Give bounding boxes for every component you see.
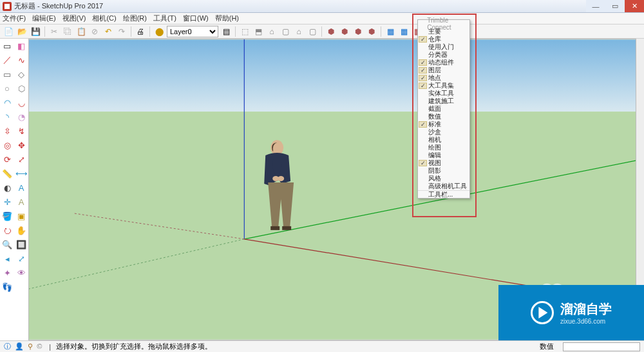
circle-icon[interactable]: ○: [0, 81, 14, 95]
cut-icon[interactable]: ✂: [48, 26, 60, 37]
rotate-icon[interactable]: ⟳: [0, 152, 14, 166]
right-icon[interactable]: ▢: [279, 26, 291, 37]
component4-icon[interactable]: ⬢: [366, 26, 377, 37]
ctx-item[interactable]: ✓数值: [418, 113, 469, 121]
svg-point-12: [278, 176, 284, 181]
follow-icon[interactable]: ↯: [14, 124, 28, 138]
maximize-button[interactable]: ▭: [605, 0, 625, 12]
print-icon[interactable]: 🖨: [135, 26, 146, 37]
dim-icon[interactable]: ⟷: [14, 166, 28, 181]
prev-icon[interactable]: ◂: [0, 251, 14, 266]
zoomwin-icon[interactable]: 🔲: [14, 237, 28, 251]
undo-icon[interactable]: ↶: [102, 26, 114, 37]
ctx-item[interactable]: ✓视图: [418, 159, 469, 167]
ctx-item[interactable]: ✓绘图: [418, 144, 469, 152]
3dtext-icon[interactable]: A: [14, 195, 28, 209]
look-icon[interactable]: 👁: [14, 266, 28, 280]
share-icon[interactable]: ▦: [398, 26, 410, 37]
orbit-icon[interactable]: ⭮: [0, 223, 14, 237]
menu-item[interactable]: 帮助(H): [215, 14, 239, 23]
freehand-icon[interactable]: ∿: [14, 53, 28, 67]
menu-item[interactable]: 绘图(R): [123, 14, 147, 23]
credit-icon[interactable]: ©: [37, 342, 42, 350]
rect-icon[interactable]: ▭: [0, 67, 14, 81]
line-icon[interactable]: ／: [0, 53, 14, 67]
arc-icon[interactable]: ◠: [0, 95, 14, 110]
offset-icon[interactable]: ◎: [0, 138, 14, 152]
minimize-button[interactable]: ―: [586, 0, 605, 12]
ctx-item[interactable]: ✓高级相机工具: [418, 182, 469, 190]
pan-icon[interactable]: ✋: [14, 223, 28, 237]
watermark-sub: zixue.3d66.com: [560, 318, 612, 325]
pos-icon[interactable]: ✦: [0, 266, 14, 280]
toolbar-context-menu: ✓Trimble Connect✓主要✓仓库✓使用入门✓分类器✓动态组件✓图层✓…: [417, 19, 470, 199]
toolbar-separator: [381, 26, 381, 37]
axes-icon[interactable]: ✛: [0, 195, 14, 209]
scale-icon[interactable]: ⤢: [14, 152, 28, 166]
zoome-icon[interactable]: ⤢: [14, 251, 28, 266]
iso-icon[interactable]: ⬚: [239, 26, 251, 37]
move-icon[interactable]: ✥: [14, 138, 28, 152]
ctx-item[interactable]: ✓建筑施工: [418, 97, 469, 105]
top-icon[interactable]: ⬒: [252, 26, 264, 37]
delete-icon[interactable]: ⊘: [89, 26, 100, 37]
paint-icon[interactable]: 🪣: [0, 209, 14, 223]
left-icon[interactable]: ▢: [307, 26, 318, 37]
open-file-icon[interactable]: 📂: [16, 26, 28, 37]
svg-rect-10: [282, 226, 291, 230]
ctx-item[interactable]: ✓阴影: [418, 167, 469, 175]
copy-icon[interactable]: ⿻: [62, 26, 73, 37]
pie-icon[interactable]: ◔: [14, 110, 28, 124]
ctx-item[interactable]: ✓动态组件: [418, 59, 469, 66]
arc3-icon[interactable]: ◝: [0, 110, 14, 124]
menu-item[interactable]: 相机(C): [92, 14, 116, 23]
ctx-item[interactable]: ✓图层: [418, 66, 469, 74]
ctx-item[interactable]: ✓截面: [418, 105, 469, 113]
layer-visibility-icon[interactable]: ⬤: [153, 26, 165, 37]
text-icon[interactable]: A: [14, 181, 28, 195]
measure-input[interactable]: [563, 342, 640, 351]
ctx-item[interactable]: ✓编辑: [418, 152, 469, 159]
tape-icon[interactable]: 📏: [0, 166, 14, 181]
component-icon[interactable]: ⬢: [325, 26, 337, 37]
titlebar: 无标题 - SketchUp Pro 2017 ― ▭ ✕: [0, 0, 644, 13]
select-icon[interactable]: ▭: [0, 39, 14, 53]
redo-icon[interactable]: ↷: [116, 26, 128, 37]
walk-icon[interactable]: 👣: [0, 280, 14, 294]
save-icon[interactable]: 💾: [30, 26, 41, 37]
paste-icon[interactable]: 📋: [75, 26, 87, 37]
arc2-icon[interactable]: ◡: [14, 95, 28, 110]
front-icon[interactable]: ⌂: [266, 26, 278, 37]
section-icon[interactable]: ▣: [14, 209, 28, 223]
layer-select[interactable]: Layer0: [167, 26, 218, 37]
menu-item[interactable]: 编辑(E): [32, 14, 56, 23]
protractor-icon[interactable]: ◐: [0, 181, 14, 195]
ctx-item[interactable]: ✓Trimble Connect: [418, 20, 469, 28]
ctx-item[interactable]: ✓沙盒: [418, 128, 469, 136]
eraser-icon[interactable]: ◧: [14, 39, 28, 53]
back-icon[interactable]: ⌂: [293, 26, 305, 37]
warehouse-icon[interactable]: ▦: [384, 26, 396, 37]
rot-rect-icon[interactable]: ◇: [14, 67, 28, 81]
user-icon[interactable]: 👤: [15, 342, 24, 350]
check-icon: ✓: [419, 75, 427, 81]
component3-icon[interactable]: ⬢: [352, 26, 364, 37]
new-file-icon[interactable]: 📄: [3, 26, 14, 37]
ctx-item[interactable]: ✓相机: [418, 136, 469, 144]
polygon-icon[interactable]: ⬡: [14, 81, 28, 95]
ctx-item[interactable]: ✓工具栏...: [418, 190, 469, 198]
menu-item[interactable]: 视图(V): [62, 14, 86, 23]
ctx-item[interactable]: ✓标准: [418, 121, 469, 128]
help-icon[interactable]: ⓘ: [4, 342, 11, 350]
geo-status-icon[interactable]: ⚲: [28, 342, 33, 350]
menu-item[interactable]: 工具(T): [153, 14, 176, 23]
menu-item[interactable]: 文件(F): [3, 14, 26, 23]
empty: [14, 280, 28, 294]
pushpull-icon[interactable]: ⇳: [0, 124, 14, 138]
layer-manager-icon[interactable]: ▤: [220, 26, 232, 37]
component2-icon[interactable]: ⬢: [339, 26, 350, 37]
menu-item[interactable]: 窗口(W): [183, 14, 209, 23]
zoom-icon[interactable]: 🔍: [0, 237, 14, 251]
close-button[interactable]: ✕: [625, 0, 644, 12]
toolbar-separator: [44, 26, 45, 37]
